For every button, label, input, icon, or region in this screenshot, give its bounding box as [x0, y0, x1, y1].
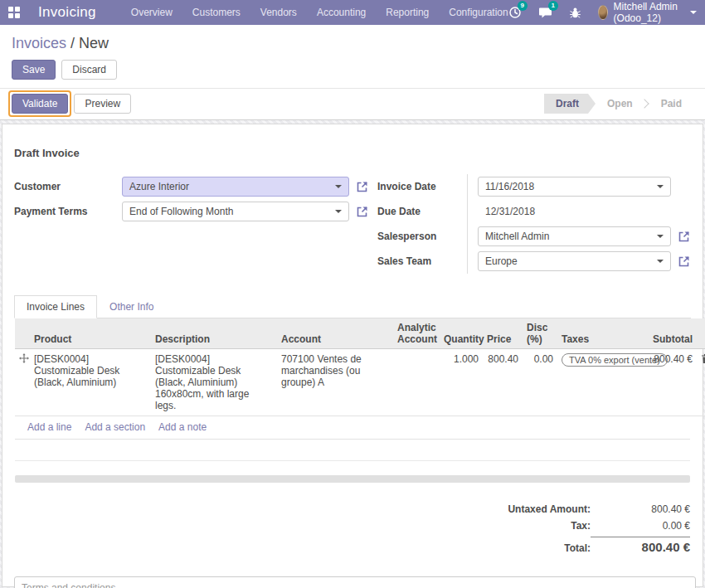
preview-button[interactable]: Preview — [74, 94, 131, 114]
apps-menu-icon[interactable] — [8, 7, 20, 18]
discard-button[interactable]: Discard — [61, 60, 117, 80]
customer-external-link-icon[interactable] — [356, 180, 369, 193]
breadcrumb: Invoices / New — [0, 25, 705, 52]
action-row: Validate Preview Draft Open Paid — [0, 89, 705, 119]
tax-tag[interactable]: TVA 0% export (vente) — [562, 353, 668, 367]
cell-description[interactable]: [DESK0004] Customizable Desk (Black, Alu… — [151, 349, 277, 416]
cell-quantity[interactable]: 1.000 — [440, 349, 483, 416]
salesperson-label: Salesperson — [377, 231, 436, 242]
due-date-value: 12/31/2018 — [478, 206, 535, 217]
user-name: Mitchell Admin (Odoo_12) — [614, 1, 684, 24]
invoice-form-sheet: Draft Invoice Customer Payment Terms Azu… — [2, 124, 703, 587]
sales-team-value: Europe — [485, 255, 657, 267]
tab-invoice-lines[interactable]: Invoice Lines — [14, 295, 97, 318]
row-drag-cell[interactable] — [15, 349, 30, 416]
terms-section — [14, 576, 691, 588]
validate-button[interactable]: Validate — [12, 94, 68, 114]
col-price[interactable]: Price — [483, 318, 523, 349]
customer-select[interactable]: Azure Interior — [122, 177, 349, 197]
handle-column-header — [15, 318, 30, 349]
cell-account[interactable]: 707100 Ventes de marchandises (ou groupe… — [277, 349, 393, 416]
cell-product[interactable]: [DESK0004] Customizable Desk (Black, Alu… — [30, 349, 151, 416]
tax-value: 0.00 € — [591, 520, 690, 532]
salesperson-external-link-icon[interactable] — [678, 230, 691, 243]
breadcrumb-invoices[interactable]: Invoices — [12, 35, 66, 51]
menu-configuration[interactable]: Configuration — [449, 7, 508, 18]
messages-icon[interactable]: 1 — [538, 5, 552, 20]
invoice-date-value: 11/16/2018 — [485, 181, 657, 192]
sales-team-caret-icon — [657, 260, 664, 263]
customer-caret-icon — [335, 185, 342, 188]
invoice-date-select[interactable]: 11/16/2018 — [478, 177, 671, 197]
status-draft[interactable]: Draft — [544, 94, 596, 114]
menu-accounting[interactable]: Accounting — [317, 7, 366, 18]
sales-team-external-link-icon[interactable] — [678, 255, 691, 268]
menu-vendors[interactable]: Vendors — [260, 7, 297, 18]
sales-team-select[interactable]: Europe — [478, 251, 671, 271]
payment-terms-value: End of Following Month — [129, 206, 335, 217]
terms-and-conditions-input[interactable] — [14, 576, 696, 588]
cell-subtotal: 800.40 € — [649, 349, 697, 416]
col-description[interactable]: Description — [151, 318, 277, 349]
activity-icon[interactable]: 9 — [508, 5, 522, 20]
salesperson-select[interactable]: Mitchell Admin — [478, 226, 671, 246]
add-a-note-link[interactable]: Add a note — [158, 421, 207, 433]
breadcrumb-separator: / — [66, 35, 79, 51]
status-paid[interactable]: Paid — [649, 94, 693, 114]
messages-badge: 1 — [548, 1, 558, 11]
payment-terms-external-link-icon[interactable] — [356, 205, 369, 218]
payment-terms-select[interactable]: End of Following Month — [122, 202, 349, 221]
menu-reporting[interactable]: Reporting — [386, 7, 429, 18]
control-panel: Invoices / New Save Discard Validate Pre… — [0, 25, 705, 120]
app-name[interactable]: Invoicing — [38, 4, 96, 21]
invoice-date-label: Invoice Date — [377, 181, 436, 192]
payment-terms-caret-icon — [335, 210, 342, 213]
breadcrumb-current: New — [79, 35, 109, 51]
user-avatar — [598, 5, 608, 20]
drag-handle-icon — [19, 353, 29, 363]
line-add-links: Add a line Add a section Add a note — [15, 416, 690, 440]
salesperson-value: Mitchell Admin — [485, 231, 657, 242]
table-horizontal-scrollbar[interactable] — [15, 475, 690, 483]
top-navbar: Invoicing Overview Customers Vendors Acc… — [0, 0, 705, 25]
col-account[interactable]: Account — [277, 318, 393, 349]
col-taxes[interactable]: Taxes — [557, 318, 649, 349]
untaxed-amount-label: Untaxed Amount: — [433, 503, 591, 515]
cell-price[interactable]: 800.40 — [483, 349, 523, 416]
form-group-left: Customer Payment Terms Azure Interior — [14, 174, 369, 274]
customer-label: Customer — [14, 181, 61, 192]
total-label: Total: — [433, 542, 591, 554]
totals-block: Untaxed Amount: 800.40 € Tax: 0.00 € Tot… — [433, 501, 690, 556]
save-button[interactable]: Save — [12, 60, 56, 80]
salesperson-caret-icon — [657, 235, 664, 238]
col-analytic-account[interactable]: Analytic Account — [393, 318, 440, 349]
save-discard-row: Save Discard — [0, 52, 705, 89]
debug-bug-icon[interactable] — [569, 5, 581, 20]
col-disc[interactable]: Disc (%) — [523, 318, 557, 349]
table-header-row: Product Description Account Analytic Acc… — [15, 318, 705, 349]
tab-other-info[interactable]: Other Info — [97, 295, 166, 318]
col-product[interactable]: Product — [30, 318, 151, 349]
cell-analytic-account[interactable] — [393, 349, 440, 416]
add-a-section-link[interactable]: Add a section — [85, 421, 145, 433]
add-a-line-link[interactable]: Add a line — [27, 421, 71, 433]
menu-overview[interactable]: Overview — [131, 7, 173, 18]
col-subtotal[interactable]: Subtotal — [649, 318, 697, 349]
user-menu[interactable]: Mitchell Admin (Odoo_12) — [598, 1, 697, 24]
table-row[interactable]: [DESK0004] Customizable Desk (Black, Alu… — [15, 349, 705, 416]
trash-icon — [701, 353, 705, 364]
row-delete-cell[interactable] — [697, 349, 705, 416]
main-menu: Overview Customers Vendors Accounting Re… — [131, 7, 508, 18]
invoice-date-caret-icon — [657, 185, 664, 188]
cell-taxes[interactable]: TVA 0% export (vente) — [557, 349, 649, 416]
menu-customers[interactable]: Customers — [192, 7, 241, 18]
untaxed-amount-value: 800.40 € — [591, 503, 690, 515]
payment-terms-label: Payment Terms — [14, 206, 87, 217]
cell-disc[interactable]: 0.00 — [523, 349, 557, 416]
sales-team-label: Sales Team — [377, 255, 431, 267]
page: Invoicing Overview Customers Vendors Acc… — [0, 0, 705, 588]
col-quantity[interactable]: Quantity — [440, 318, 483, 349]
status-open[interactable]: Open — [596, 94, 644, 114]
navbar-right: 9 1 Mitchell Admin (Odoo_12) — [508, 1, 697, 24]
total-value: 800.40 € — [591, 537, 690, 554]
